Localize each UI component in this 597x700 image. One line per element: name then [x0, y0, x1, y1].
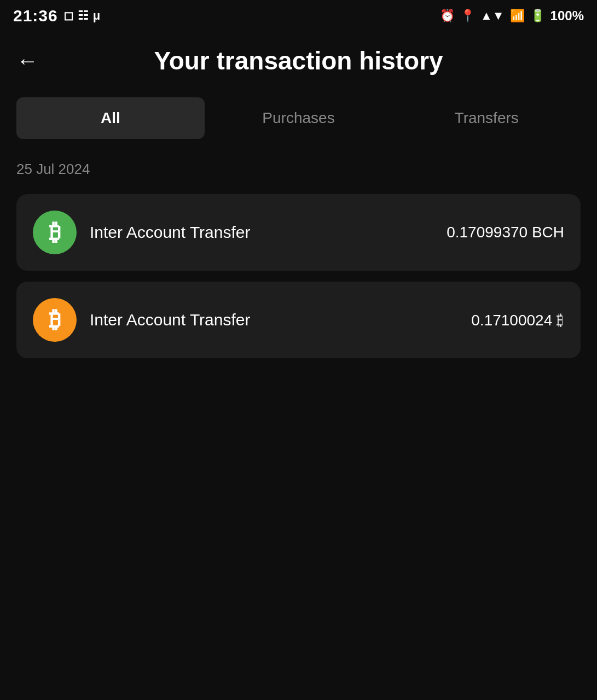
- tab-all[interactable]: All: [16, 97, 205, 139]
- transaction-left: ₿ Inter Account Transfer: [33, 211, 250, 254]
- location-icon: 📍: [460, 9, 475, 23]
- transaction-left: ₿ Inter Account Transfer: [33, 298, 250, 342]
- tab-purchases[interactable]: Purchases: [205, 97, 393, 139]
- transaction-row[interactable]: ₿ Inter Account Transfer 0.17099370 BCH: [16, 194, 581, 271]
- back-button[interactable]: ←: [16, 49, 38, 73]
- mu-icon: μ: [93, 9, 100, 23]
- status-bar: 21:36 ◻ ☷ μ ⏰ 📍 ▲▼ 📶 🔋 100%: [0, 0, 597, 30]
- btc-icon: ₿: [33, 298, 77, 342]
- transaction-label: Inter Account Transfer: [90, 311, 250, 329]
- transaction-label: Inter Account Transfer: [90, 223, 250, 242]
- bch-symbol: ₿: [49, 219, 61, 246]
- wifi-icon: ▲▼: [480, 9, 505, 23]
- transaction-row[interactable]: ₿ Inter Account Transfer 0.17100024 ₿: [16, 282, 581, 358]
- signal-icon: 📶: [510, 9, 525, 23]
- notification-icon: ☷: [78, 9, 89, 23]
- alarm-icon: ⏰: [440, 9, 455, 23]
- transaction-amount: 0.17099370 BCH: [447, 224, 564, 241]
- tab-transfers[interactable]: Transfers: [392, 97, 581, 139]
- status-time: 21:36: [13, 7, 58, 25]
- battery-percent: 100%: [550, 8, 584, 24]
- page-header: ← Your transaction history: [0, 30, 597, 86]
- filter-tabs: All Purchases Transfers: [0, 86, 597, 155]
- date-separator: 25 Jul 2024: [0, 155, 597, 189]
- transaction-amount: 0.17100024 ₿: [471, 311, 564, 329]
- status-right: ⏰ 📍 ▲▼ 📶 🔋 100%: [440, 8, 584, 24]
- page-title: Your transaction history: [49, 46, 581, 75]
- btc-symbol: ₿: [49, 307, 61, 333]
- battery-icon: 🔋: [530, 9, 545, 23]
- bch-icon: ₿: [33, 211, 77, 254]
- status-icons-left: ◻ ☷ μ: [63, 9, 100, 23]
- sim-icon: ◻: [63, 9, 73, 23]
- status-left: 21:36 ◻ ☷ μ: [13, 7, 100, 25]
